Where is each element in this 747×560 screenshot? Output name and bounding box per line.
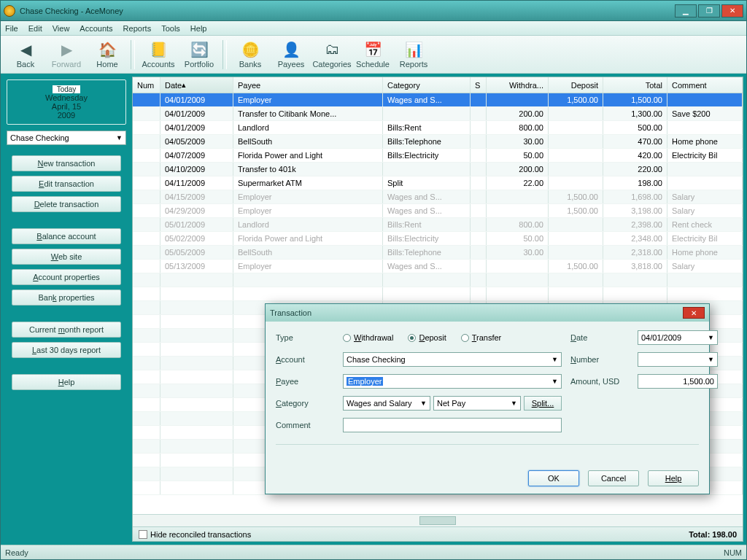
toolbar-payees-button[interactable]: 👤Payees xyxy=(271,37,311,72)
account-selector[interactable]: Chase Checking ▼ xyxy=(7,131,126,145)
sidebar-new-transaction-button[interactable]: New transaction xyxy=(12,155,121,171)
col-header-deposit[interactable]: Deposit xyxy=(549,77,603,93)
table-row[interactable]: 04/29/2009EmployerWages and S...1,500.00… xyxy=(133,204,743,218)
schedule-icon: 📅 xyxy=(364,41,382,58)
sidebar-help-button[interactable]: Help xyxy=(12,374,121,390)
today-day: Wednesday xyxy=(12,93,121,102)
menu-accounts[interactable]: Accounts xyxy=(80,24,112,33)
toolbar-home-button[interactable]: 🏠Home xyxy=(87,37,128,72)
col-header-category[interactable]: Category xyxy=(383,77,471,93)
transaction-dialog: Transaction ✕ Type WithdrawalDepositTran… xyxy=(265,303,710,494)
category-input[interactable]: Wages and Salary▼ xyxy=(343,396,430,411)
number-label: Number xyxy=(570,355,629,364)
menu-help[interactable]: Help xyxy=(190,24,207,33)
col-header-payee[interactable]: Payee xyxy=(233,77,383,93)
type-radio-deposit[interactable]: Deposit xyxy=(408,333,446,342)
col-header-s[interactable]: S xyxy=(471,77,487,93)
help-button[interactable]: Help xyxy=(648,470,699,486)
amount-input[interactable]: 1,500.00 xyxy=(638,374,718,389)
chevron-down-icon: ▼ xyxy=(551,356,558,363)
menu-file[interactable]: File xyxy=(5,24,18,33)
type-radio-withdrawal[interactable]: Withdrawal xyxy=(343,333,393,342)
sidebar-delete-transaction-button[interactable]: Delete transaction xyxy=(12,196,121,212)
cell: 2,398.00 xyxy=(603,218,667,231)
cell: 30.00 xyxy=(487,246,549,259)
table-row[interactable]: 04/11/2009Supermarket ATMSplit22.00198.0… xyxy=(133,176,743,190)
toolbar-forward-button: ▶Forward xyxy=(46,37,87,72)
hide-reconciled-checkbox[interactable]: Hide reconciled transactions xyxy=(139,530,251,539)
cell: 1,698.00 xyxy=(603,190,667,203)
sidebar-bank-properties-button[interactable]: Bank properties xyxy=(12,289,121,306)
toolbar-accounts-button[interactable]: 📒Accounts xyxy=(138,37,179,72)
table-row[interactable]: 04/05/2009BellSouthBills:Telephone30.004… xyxy=(133,135,743,149)
dialog-close-button[interactable]: ✕ xyxy=(683,307,705,319)
table-row[interactable]: 05/01/2009LandlordBills:Rent800.002,398.… xyxy=(133,218,743,232)
toolbar-banks-button[interactable]: 🪙Banks xyxy=(230,37,271,72)
payee-input[interactable]: Employer▼ xyxy=(343,374,562,389)
toolbar-categories-button[interactable]: 🗂Categories xyxy=(311,37,352,72)
table-row[interactable]: 05/02/2009Florida Power and LightBills:E… xyxy=(133,232,743,246)
table-row[interactable]: 04/15/2009EmployerWages and S...1,500.00… xyxy=(133,190,743,204)
close-button[interactable]: ✕ xyxy=(721,4,743,18)
today-year: 2009 xyxy=(12,111,121,120)
sidebar-account-properties-button[interactable]: Account properties xyxy=(12,269,121,285)
col-header-total[interactable]: Total xyxy=(603,77,667,93)
table-row[interactable]: 04/07/2009Florida Power and LightBills:E… xyxy=(133,149,743,163)
col-header-withdra[interactable]: Withdra... xyxy=(487,77,549,93)
account-input[interactable]: Chase Checking▼ xyxy=(343,352,562,367)
today-label: Today xyxy=(53,85,81,93)
cell xyxy=(667,163,743,176)
menu-edit[interactable]: Edit xyxy=(28,24,42,33)
comment-input[interactable] xyxy=(343,418,562,432)
col-header-comment[interactable]: Comment xyxy=(667,77,743,93)
table-row[interactable]: 05/13/2009EmployerWages and S...1,500.00… xyxy=(133,260,743,273)
toolbar-label: Accounts xyxy=(142,60,174,69)
toolbar-portfolio-button[interactable]: 🔄Portfolio xyxy=(179,37,220,72)
menu-reports[interactable]: Reports xyxy=(123,24,152,33)
table-row[interactable]: 04/10/2009Transfer to 401k200.00220.00 xyxy=(133,163,743,176)
cell: 200.00 xyxy=(487,163,549,176)
dialog-divider xyxy=(276,444,699,445)
col-header-num[interactable]: Num xyxy=(133,77,160,93)
menu-view[interactable]: View xyxy=(53,24,70,33)
sidebar-balance-account-button[interactable]: Balance account xyxy=(12,228,121,244)
cell: 1,500.00 xyxy=(549,93,603,106)
dialog-title: Transaction xyxy=(270,308,311,317)
type-radio-transfer[interactable]: Transfer xyxy=(461,333,502,342)
cell: Home phone xyxy=(667,135,743,148)
scrollbar-thumb[interactable] xyxy=(419,516,456,525)
sidebar-edit-transaction-button[interactable]: Edit transaction xyxy=(12,176,121,192)
chevron-down-icon: ▼ xyxy=(116,134,123,141)
chevron-down-icon: ▼ xyxy=(708,334,714,341)
table-row[interactable]: 04/01/2009LandlordBills:Rent800.00500.00 xyxy=(133,121,743,135)
minimize-button[interactable]: ▁ xyxy=(675,4,697,18)
col-header-date[interactable]: Date ▴ xyxy=(160,77,233,93)
maximize-button[interactable]: ❐ xyxy=(698,4,720,18)
cell xyxy=(471,149,487,162)
cell: Employer xyxy=(233,204,383,217)
number-input[interactable]: ▼ xyxy=(638,352,718,367)
split-button[interactable]: Split... xyxy=(524,396,562,411)
toolbar-label: Banks xyxy=(239,60,262,69)
toolbar-schedule-button[interactable]: 📅Schedule xyxy=(352,37,393,72)
sidebar-last-30-days-report-button[interactable]: Last 30 days report xyxy=(12,342,121,358)
cell: Wages and S... xyxy=(383,190,471,203)
window-title: Chase Checking - AceMoney xyxy=(20,7,675,15)
payees-icon: 👤 xyxy=(282,41,300,58)
cancel-button[interactable]: Cancel xyxy=(588,470,639,486)
table-row[interactable]: 04/01/2009Transfer to Citibank Mone...20… xyxy=(133,107,743,121)
grid-bottombar: Hide reconciled transactions Total: 198.… xyxy=(133,526,743,541)
sidebar-web-site-button[interactable]: Web site xyxy=(12,249,121,265)
menu-tools[interactable]: Tools xyxy=(161,24,180,33)
subcategory-input[interactable]: Net Pay▼ xyxy=(433,396,521,411)
hide-reconciled-label: Hide reconciled transactions xyxy=(150,530,251,539)
ok-button[interactable]: OK xyxy=(528,470,579,486)
radio-icon xyxy=(408,334,416,342)
sidebar-current-month-report-button[interactable]: Current month report xyxy=(12,322,121,338)
table-row[interactable]: 04/01/2009EmployerWages and S...1,500.00… xyxy=(133,93,743,107)
date-input[interactable]: 04/01/2009▼ xyxy=(638,330,718,345)
table-row[interactable]: 05/05/2009BellSouthBills:Telephone30.002… xyxy=(133,246,743,260)
horizontal-scrollbar[interactable] xyxy=(133,514,743,526)
toolbar-reports-button[interactable]: 📊Reports xyxy=(393,37,434,72)
toolbar-back-button[interactable]: ◀Back xyxy=(5,37,46,72)
